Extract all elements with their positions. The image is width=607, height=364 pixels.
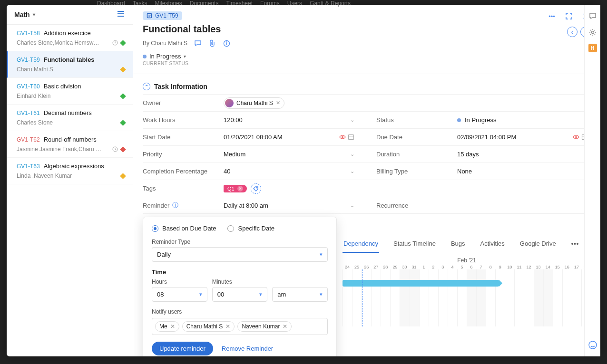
sidebar: Math ▾ GV1-T58Addition exercice Charles … [7, 5, 133, 356]
help-badge[interactable]: H [588, 44, 597, 52]
chevron-down-icon[interactable]: ⌄ [350, 168, 354, 174]
task-author: By Charu Mathi S [143, 40, 187, 47]
add-tag-button[interactable] [251, 183, 261, 194]
svg-point-19 [589, 341, 597, 349]
remove-icon[interactable]: ✕ [225, 323, 230, 330]
notify-users-field[interactable]: Me✕ Charu Mathi S✕ Naveen Kumar✕ [152, 318, 328, 335]
tab-google-drive[interactable]: Google Drive [519, 235, 557, 253]
remove-icon[interactable]: ✕ [170, 323, 175, 330]
status-diamond-icon [120, 40, 126, 46]
reminder-value[interactable]: Daily at 8:00 am [224, 202, 357, 209]
remove-owner-icon[interactable]: ✕ [276, 100, 280, 106]
eye-icon[interactable] [339, 134, 346, 140]
gantt-body[interactable] [343, 269, 591, 326]
tab-dependency[interactable]: Dependency [343, 235, 379, 253]
list-toggle-icon[interactable] [117, 10, 125, 19]
gantt-day: 10 [505, 265, 514, 269]
gantt-day: 16 [562, 265, 572, 269]
specific-date-radio[interactable]: Specific Date [227, 225, 274, 232]
main-panel: GV1-T59 Functional tables By Charu Mathi… [133, 5, 600, 356]
status-field[interactable]: In Progress [457, 116, 591, 124]
tabs-more-icon[interactable]: ••• [570, 235, 580, 253]
task-item[interactable]: GV1-T58Addition exercice Charles Stone,M… [7, 25, 133, 51]
tab-status-timeline[interactable]: Status Timeline [392, 235, 437, 253]
minutes-select[interactable]: 00▾ [212, 287, 268, 302]
task-id: GV1-T58 [17, 30, 40, 37]
tags-field[interactable]: Q1✕ [224, 183, 584, 194]
remove-tag-icon[interactable]: ✕ [237, 186, 243, 192]
update-reminder-button[interactable]: Update reminder [152, 342, 213, 355]
chat-icon[interactable] [588, 11, 597, 21]
notify-chip[interactable]: Charu Mathi S✕ [182, 321, 235, 332]
task-owner: Charles Stone [17, 119, 53, 126]
gantt-month: Feb '21 [343, 253, 591, 265]
due-date-label: Due Date [376, 134, 457, 141]
task-item[interactable]: GV1-T62Round-off numbers Jasmine Jasmine… [7, 131, 133, 158]
feedback-icon[interactable] [588, 340, 597, 350]
notify-chip[interactable]: Naveen Kumar✕ [237, 321, 292, 332]
chevron-down-icon[interactable]: ⌄ [350, 151, 354, 157]
project-selector[interactable]: Math ▾ [14, 11, 35, 19]
completion-value[interactable]: 40 [224, 168, 357, 175]
status-diamond-icon [120, 173, 126, 179]
task-item[interactable]: GV1-T59Functional tables Charu Mathi S [7, 51, 133, 78]
more-icon[interactable]: ••• [547, 11, 557, 21]
task-item[interactable]: GV1-T60Basic division Einhard Klein [7, 78, 133, 105]
gantt-task-bar[interactable] [343, 280, 499, 287]
reminder-label: Reminderⓘ [143, 201, 224, 210]
task-name: Decimal numbers [44, 109, 92, 116]
notify-chip-me[interactable]: Me✕ [155, 321, 179, 332]
prev-task-button[interactable]: ‹ [567, 27, 578, 37]
calendar-icon[interactable] [348, 134, 354, 141]
due-date-value[interactable]: 02/09/2021 04:00 PM [457, 134, 591, 141]
tag-chip-q1[interactable]: Q1✕ [224, 185, 247, 192]
gantt-day: 25 [352, 265, 362, 269]
chevron-down-icon[interactable]: ⌄ [350, 202, 354, 209]
info-icon[interactable]: ⓘ [172, 201, 178, 210]
expand-icon[interactable] [564, 11, 574, 21]
attachment-icon[interactable] [208, 39, 216, 47]
svg-point-17 [256, 187, 257, 188]
gantt-column [524, 269, 533, 326]
gantt-day: 12 [524, 265, 533, 269]
gantt-chart: Feb '21 24252627282930311234567891011121… [343, 253, 591, 326]
based-on-due-date-radio[interactable]: Based on Due Date [152, 225, 216, 232]
chevron-down-icon[interactable]: ⌄ [350, 117, 354, 123]
status-selector[interactable]: In Progress ▾ [143, 53, 591, 60]
info-icon[interactable] [223, 39, 230, 47]
task-id: GV1-T59 [17, 57, 40, 63]
start-date-value[interactable]: 01/20/2021 08:00 AM [224, 134, 357, 141]
comments-icon[interactable] [194, 39, 202, 47]
tab-bugs[interactable]: Bugs [450, 235, 466, 253]
remove-reminder-button[interactable]: Remove Reminder [222, 345, 273, 352]
work-hours-label: Work Hours [143, 116, 224, 124]
gantt-column [400, 269, 409, 326]
task-owner: Charles Stone,Monica Hemsworth [17, 39, 102, 46]
ampm-select[interactable]: am▾ [272, 287, 328, 302]
hours-select[interactable]: 08▾ [152, 287, 207, 302]
reminder-popover: Based on Due Date Specific Date Reminder… [143, 217, 337, 356]
reminder-type-select[interactable]: Daily▾ [152, 247, 328, 262]
tab-activities[interactable]: Activities [480, 235, 506, 253]
priority-value[interactable]: Medium [224, 151, 357, 158]
gantt-day: 14 [543, 265, 553, 269]
remove-icon[interactable]: ✕ [283, 323, 287, 330]
task-information-header[interactable]: ⌃ Task Information [143, 74, 591, 94]
gantt-column [448, 269, 457, 326]
settings-icon[interactable] [588, 28, 597, 37]
gantt-column [467, 269, 476, 326]
eye-icon[interactable] [573, 134, 579, 140]
task-item[interactable]: GV1-T61Decimal numbers Charles Stone [7, 105, 133, 131]
work-hours-value[interactable]: 120:00 [224, 116, 357, 124]
clock-icon [112, 146, 118, 152]
task-item[interactable]: GV1-T63Algebraic expressions Linda ,Nave… [7, 158, 133, 184]
gantt-column [534, 269, 543, 326]
task-id-chip[interactable]: GV1-T59 [143, 11, 182, 20]
owner-chip[interactable]: Charu Mathi S ✕ [224, 97, 284, 109]
minutes-label: Minutes [212, 278, 268, 285]
billing-value[interactable]: None [457, 168, 591, 175]
gantt-day: 30 [400, 265, 409, 269]
gantt-day: 7 [476, 265, 486, 269]
owner-field[interactable]: Charu Mathi S ✕ [224, 97, 586, 109]
duration-value[interactable]: 15 days [457, 151, 591, 158]
